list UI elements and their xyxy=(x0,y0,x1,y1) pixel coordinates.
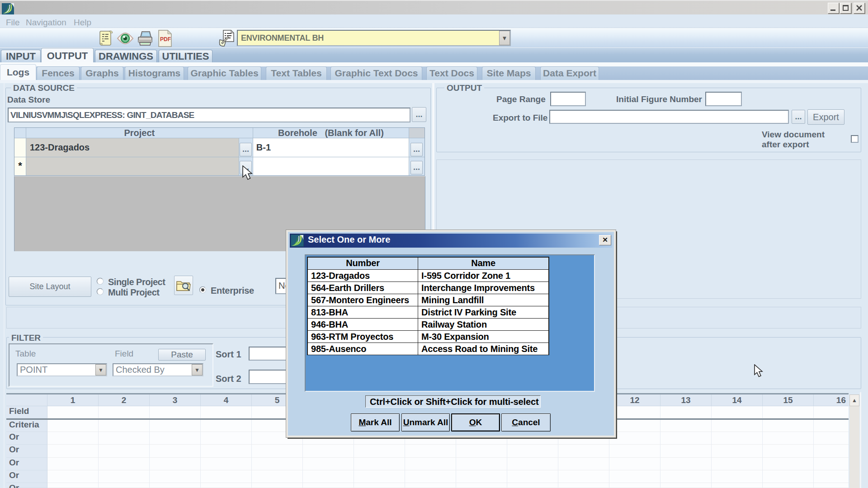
svg-text:PDF: PDF xyxy=(160,36,171,42)
